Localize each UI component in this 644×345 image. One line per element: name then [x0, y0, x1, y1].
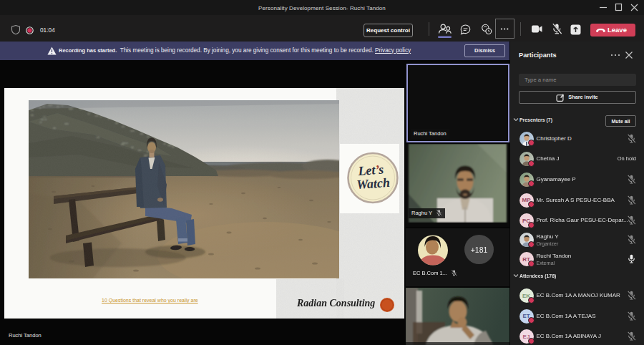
svg-text:Watch: Watch — [356, 175, 391, 192]
svg-text:+181: +181 — [471, 246, 488, 254]
